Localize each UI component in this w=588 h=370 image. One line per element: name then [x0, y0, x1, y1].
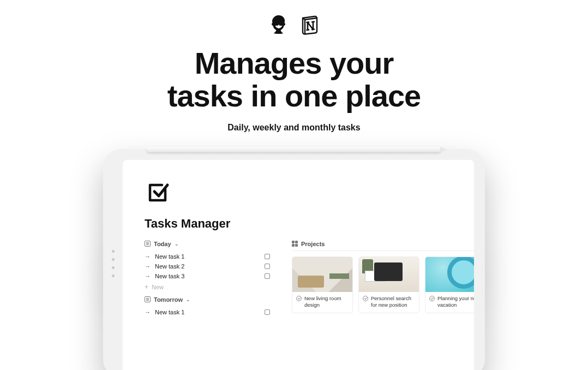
- project-title: New living room design: [304, 295, 349, 308]
- avatar-face-icon: [267, 13, 291, 37]
- status-ring-icon: [429, 296, 435, 301]
- project-title: Personnel search for new position: [371, 295, 415, 308]
- tasks-column: Today ⌄ → New task 1 → New task 2: [145, 241, 270, 317]
- headline-line-2: tasks in one place: [167, 79, 421, 113]
- section-head-today[interactable]: Today ⌄: [145, 241, 270, 247]
- svg-rect-1: [279, 23, 283, 26]
- new-task-button[interactable]: + New: [145, 281, 270, 296]
- tablet-side-controls: [110, 149, 116, 370]
- headline-line-1: Manages your: [195, 46, 394, 80]
- arrow-right-icon: →: [145, 309, 151, 315]
- projects-header[interactable]: Projects: [292, 241, 474, 251]
- task-row[interactable]: → New task 3: [145, 271, 270, 281]
- task-label: New task 3: [155, 273, 184, 279]
- project-card[interactable]: Personnel search for new position: [358, 256, 419, 313]
- project-thumbnail: [425, 257, 474, 292]
- checkbox-logo-icon: [145, 180, 452, 208]
- list-icon: [145, 296, 151, 302]
- task-label: New task 2: [155, 263, 184, 270]
- page-title: Tasks Manager: [145, 217, 452, 231]
- svg-rect-0: [275, 23, 279, 26]
- task-label: New task 1: [155, 253, 184, 260]
- project-thumbnail: [359, 257, 419, 292]
- task-label: New task 1: [155, 309, 184, 315]
- project-thumbnail: [292, 257, 352, 292]
- arrow-right-icon: →: [145, 253, 151, 260]
- hero-headline: Manages your tasks in one place: [167, 47, 421, 113]
- new-task-label: New: [152, 284, 164, 290]
- list-icon: [145, 241, 151, 247]
- project-title: Planning your next vacation: [437, 295, 474, 308]
- hero-subhead: Daily, weekly and monthly tasks: [227, 123, 360, 133]
- status-ring-icon: [296, 296, 302, 301]
- projects-header-label: Projects: [301, 241, 325, 247]
- tablet-mockup: Tasks Manager Today ⌄ → New task 1: [103, 149, 485, 370]
- chevron-down-icon: ⌄: [186, 297, 190, 302]
- task-checkbox[interactable]: [265, 264, 270, 269]
- task-row[interactable]: → New task 1: [145, 307, 270, 317]
- plus-icon: +: [145, 283, 148, 291]
- section-head-tomorrow[interactable]: Tomorrow ⌄: [145, 296, 270, 303]
- notion-logo-icon: [298, 14, 321, 37]
- chevron-down-icon: ⌄: [175, 241, 179, 247]
- task-checkbox[interactable]: [265, 254, 270, 259]
- apple-pencil: [147, 146, 441, 153]
- status-ring-icon: [363, 296, 368, 301]
- project-card[interactable]: New living room design: [292, 256, 353, 313]
- task-checkbox[interactable]: [265, 309, 270, 315]
- projects-column: Projects New living room design: [292, 241, 474, 313]
- task-checkbox[interactable]: [265, 273, 270, 279]
- task-row[interactable]: → New task 1: [145, 252, 270, 261]
- task-row[interactable]: → New task 2: [145, 261, 270, 271]
- arrow-right-icon: →: [145, 263, 151, 270]
- section-label-tomorrow: Tomorrow: [154, 296, 183, 303]
- section-label-today: Today: [154, 241, 171, 247]
- project-card[interactable]: Planning your next vacation: [425, 256, 474, 313]
- app-screen: Tasks Manager Today ⌄ → New task 1: [123, 160, 474, 370]
- grid-icon: [292, 241, 298, 247]
- arrow-right-icon: →: [145, 273, 151, 279]
- svg-rect-2: [278, 25, 279, 25]
